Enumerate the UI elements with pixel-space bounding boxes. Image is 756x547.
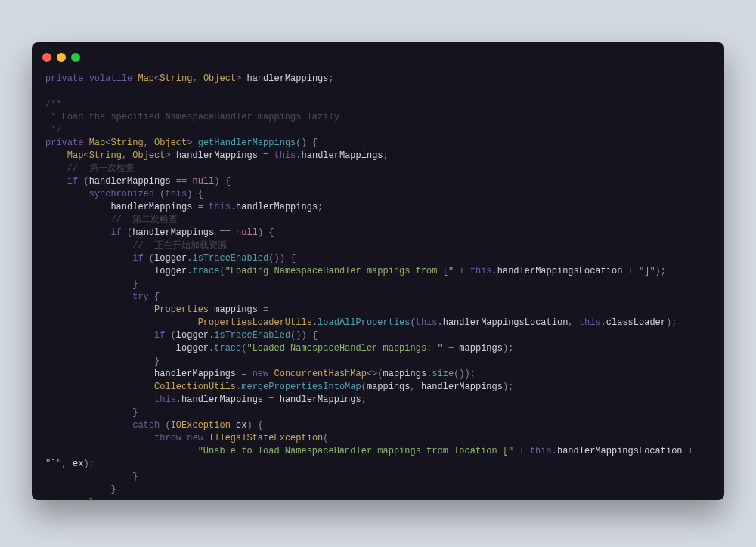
token: String: [89, 150, 122, 161]
token: isTraceEnabled: [192, 253, 268, 264]
zoom-icon[interactable]: [71, 53, 80, 62]
comment: /**: [45, 99, 62, 110]
token: handlerMappings: [110, 202, 192, 212]
token: this: [530, 446, 552, 456]
token: size: [432, 369, 454, 379]
token: Map: [89, 138, 106, 148]
token: trace: [214, 343, 241, 354]
token: isTraceEnabled: [214, 330, 290, 341]
token: mergePropertiesIntoMap: [241, 382, 361, 392]
token: this: [274, 150, 296, 161]
token: handlerMappings: [89, 176, 171, 187]
token: handlerMappings: [247, 73, 329, 84]
token: "Unable to load NamespaceHandler mapping…: [198, 446, 514, 456]
token: IllegalStateException: [209, 433, 323, 443]
token: Map: [138, 73, 154, 84]
token: getHandlerMappings: [198, 138, 296, 148]
token: handlerMappingsLocation: [497, 266, 623, 277]
comment: * Load the specified NamespaceHandler ma…: [45, 112, 345, 122]
token: "]": [639, 266, 655, 277]
token: handlerMappings: [176, 150, 258, 161]
token: this: [209, 202, 231, 212]
token: private: [45, 138, 83, 148]
token: try: [132, 292, 149, 302]
token: handlerMappingsLocation: [557, 446, 683, 456]
token: PropertiesLoaderUtils: [198, 317, 312, 328]
token: null: [236, 227, 258, 238]
token: IOException: [171, 420, 231, 431]
token: Object: [154, 138, 187, 148]
comment: // 正在开始加载资源: [132, 240, 227, 251]
token: handlerMappings: [154, 369, 236, 379]
comment: */: [45, 125, 62, 135]
token: CollectionUtils: [154, 382, 236, 392]
comment: // 第一次检查: [67, 163, 135, 174]
token: handlerMappings: [236, 202, 318, 212]
token: new: [187, 433, 203, 443]
token: if: [132, 253, 143, 264]
token: catch: [132, 420, 160, 431]
token: "]": [45, 459, 62, 469]
token: Object: [132, 150, 165, 161]
token: if: [110, 227, 121, 238]
code-area[interactable]: private volatile Map<String, Object> han…: [32, 66, 724, 500]
token: trace: [192, 266, 219, 277]
token: if: [67, 176, 78, 187]
token: throw: [154, 433, 181, 443]
token: logger: [154, 253, 187, 264]
minimize-icon[interactable]: [57, 53, 66, 62]
token: ConcurrentHashMap: [274, 369, 366, 379]
token: synchronized: [89, 189, 154, 199]
token: handlerMappings: [280, 394, 361, 405]
token: logger: [176, 330, 209, 341]
token: classLoader: [606, 317, 666, 328]
token: ex: [236, 420, 246, 431]
token: mappings: [214, 304, 258, 315]
token: this: [416, 317, 438, 328]
token: handlerMappings: [132, 227, 214, 238]
token: "Loading NamespaceHandler mappings from …: [225, 266, 454, 277]
token: this: [154, 394, 176, 405]
token: handlerMappings: [421, 382, 503, 392]
token: Object: [203, 73, 236, 84]
token: new: [253, 369, 269, 379]
comment: // 第二次检查: [110, 215, 178, 225]
token: Properties: [154, 304, 209, 315]
token: handlerMappings: [181, 394, 263, 405]
token: null: [192, 176, 214, 187]
token: "Loaded NamespaceHandler mappings: ": [246, 343, 442, 354]
token: Map: [67, 150, 84, 161]
token: this: [470, 266, 492, 277]
token: mappings: [383, 369, 427, 379]
close-icon[interactable]: [42, 53, 51, 62]
token: loadAllProperties: [318, 317, 410, 328]
token: this: [579, 317, 601, 328]
token: handlerMappings: [302, 150, 383, 161]
titlebar: [32, 42, 724, 66]
token: volatile: [89, 73, 133, 84]
token: this: [165, 189, 187, 199]
token: String: [110, 138, 143, 148]
token: String: [160, 73, 192, 84]
token: logger: [176, 343, 209, 354]
code-window: private volatile Map<String, Object> han…: [32, 42, 724, 500]
token: ex: [73, 459, 83, 469]
token: if: [154, 330, 165, 341]
token: mappings: [459, 343, 503, 354]
token: handlerMappingsLocation: [443, 317, 569, 328]
token: mappings: [367, 382, 411, 392]
token: logger: [154, 266, 187, 277]
token: private: [45, 73, 83, 84]
